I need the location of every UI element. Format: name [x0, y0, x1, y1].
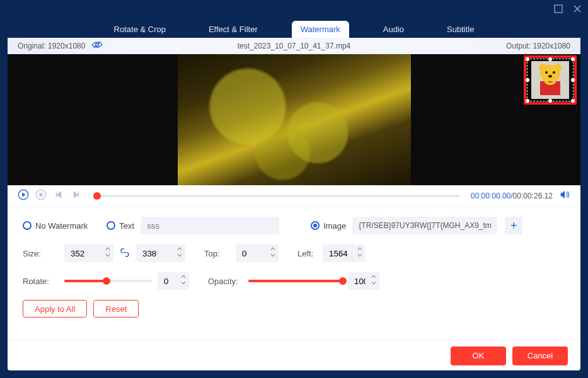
output-resolution: Output: 1920x1080 — [454, 42, 580, 50]
radio-no-watermark[interactable] — [23, 221, 32, 230]
filename-label: test_2023_10_07_10_41_37.mp4 — [134, 42, 454, 50]
image-label: Image — [323, 221, 346, 231]
add-image-button[interactable]: + — [505, 217, 522, 234]
top-label: Top: — [204, 249, 231, 258]
svg-point-5 — [539, 64, 546, 71]
video-preview[interactable] — [8, 54, 580, 185]
link-aspect-icon[interactable] — [120, 248, 130, 260]
left-label: Left: — [297, 249, 319, 258]
svg-point-9 — [548, 75, 552, 77]
svg-rect-13 — [39, 193, 42, 196]
opacity-label: Opacity: — [208, 277, 243, 286]
cancel-button[interactable]: Cancel — [512, 346, 568, 365]
radio-text[interactable] — [107, 221, 115, 230]
svg-point-8 — [553, 71, 555, 74]
timeline-slider[interactable] — [93, 195, 459, 197]
rotate-slider[interactable] — [64, 280, 153, 282]
play-icon[interactable] — [18, 189, 29, 202]
image-path-input[interactable] — [352, 217, 497, 234]
tab-watermark[interactable]: Watermark — [292, 21, 349, 38]
text-label: Text — [119, 221, 134, 231]
reset-button[interactable]: Reset — [93, 300, 139, 318]
preview-toggle-icon[interactable] — [91, 40, 103, 51]
prev-frame-icon[interactable] — [53, 189, 64, 202]
original-resolution: Original: 1920x1080 — [18, 42, 85, 50]
opacity-slider[interactable] — [248, 280, 343, 282]
editor-tabs: Rotate & Crop Effect & Filter Watermark … — [0, 19, 588, 38]
ok-button[interactable]: OK — [451, 346, 506, 365]
radio-image[interactable] — [311, 221, 320, 230]
volume-icon[interactable] — [559, 189, 570, 202]
tab-rotate-crop[interactable]: Rotate & Crop — [105, 21, 175, 38]
next-frame-icon[interactable] — [71, 189, 82, 202]
close-icon[interactable] — [573, 4, 582, 15]
text-watermark-input[interactable] — [141, 217, 279, 234]
tab-audio[interactable]: Audio — [374, 21, 413, 38]
svg-point-7 — [545, 71, 548, 74]
tab-effect-filter[interactable]: Effect & Filter — [200, 21, 267, 38]
stop-icon[interactable] — [35, 189, 47, 202]
svg-rect-0 — [555, 5, 562, 13]
time-display: 00:00:00.00/00:00:26.12 — [471, 192, 553, 200]
no-watermark-label: No Watermark — [35, 221, 88, 231]
svg-point-6 — [554, 64, 562, 71]
tab-subtitle[interactable]: Subtitle — [438, 21, 483, 38]
rotate-label: Rotate: — [23, 277, 59, 286]
apply-to-all-button[interactable]: Apply to All — [23, 300, 87, 318]
size-label: Size: — [23, 249, 59, 258]
watermark-overlay[interactable] — [524, 55, 577, 105]
maximize-icon[interactable] — [554, 4, 563, 15]
